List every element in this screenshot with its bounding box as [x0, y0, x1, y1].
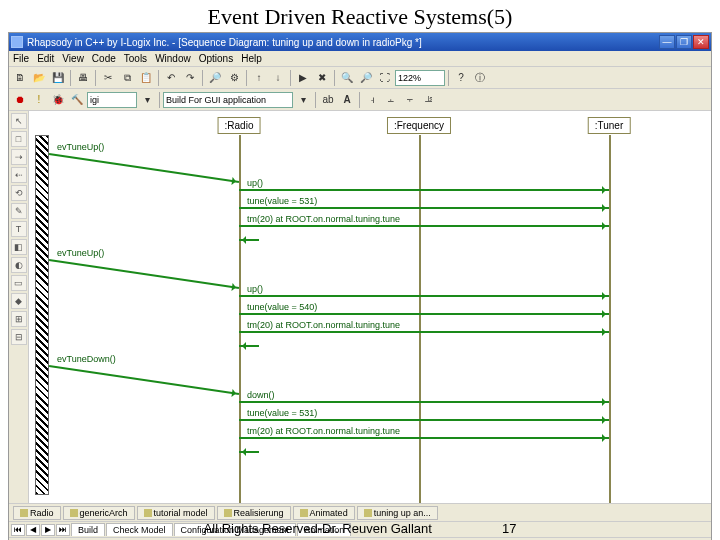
frame-tool-icon[interactable]: ▭ [11, 275, 27, 291]
message-label-tune3: tune(value = 531) [247, 408, 317, 418]
about-icon[interactable]: ⓘ [471, 69, 489, 87]
menu-help[interactable]: Help [241, 53, 262, 64]
lifeline-head-tuner[interactable]: :Tuner [588, 117, 631, 134]
text-tool-icon[interactable]: T [11, 221, 27, 237]
decision-tool-icon[interactable]: ◆ [11, 293, 27, 309]
copy-icon[interactable]: ⧉ [118, 69, 136, 87]
message-ret2[interactable] [239, 345, 259, 347]
features-icon[interactable]: ⚙ [225, 69, 243, 87]
new-icon[interactable]: 🗎 [11, 69, 29, 87]
go-icon[interactable]: ▶ [294, 69, 312, 87]
message-up2[interactable] [239, 295, 609, 297]
titlebar: Rhapsody in C++ by I-Logix Inc. - [Seque… [9, 33, 711, 51]
reply-tool-icon[interactable]: ⇠ [11, 167, 27, 183]
select-tool-icon[interactable]: ↖ [11, 113, 27, 129]
message-label-up2: up() [247, 284, 263, 294]
up-icon[interactable]: ↑ [250, 69, 268, 87]
condition-tool-icon[interactable]: ◧ [11, 239, 27, 255]
copyright: All Rights Reserved-Dr. Reuven Gallant [204, 521, 432, 536]
message-tuneup1[interactable] [49, 153, 239, 183]
diagram-icon [224, 509, 232, 517]
paste-icon[interactable]: 📋 [137, 69, 155, 87]
sequence-diagram[interactable]: :Radio:Frequency:TunerevTuneUp()up()tune… [29, 111, 711, 503]
menu-window[interactable]: Window [155, 53, 191, 64]
diagram-icon [144, 509, 152, 517]
anim-icon[interactable]: ⏺ [11, 91, 29, 109]
toolbar-build: ⏺ ! 🐞 🔨 igi ▾ Build For GUI application … [9, 89, 711, 111]
menu-edit[interactable]: Edit [37, 53, 54, 64]
build-icon[interactable]: 🔨 [68, 91, 86, 109]
debug-icon[interactable]: 🐞 [49, 91, 67, 109]
message-tuneup2[interactable] [49, 259, 239, 289]
config-combo[interactable]: igi [87, 92, 137, 108]
tab-animated[interactable]: Animated [293, 506, 355, 520]
app-icon [11, 36, 23, 48]
message-tune3[interactable] [239, 419, 609, 421]
help-icon[interactable]: ? [452, 69, 470, 87]
tool-palette: ↖ □ ⇢ ⇠ ⟲ ✎ T ◧ ◐ ▭ ◆ ⊞ ⊟ [9, 111, 29, 503]
menu-options[interactable]: Options [199, 53, 233, 64]
message-tunedown[interactable] [49, 365, 239, 395]
tab-radio[interactable]: Radio [13, 506, 61, 520]
tab-tuning[interactable]: tuning up an... [357, 506, 438, 520]
message-tune1[interactable] [239, 207, 609, 209]
align2-icon[interactable]: ⫠ [382, 91, 400, 109]
expand-tool-icon[interactable]: ⊞ [11, 311, 27, 327]
font-icon[interactable]: A [338, 91, 356, 109]
align3-icon[interactable]: ⫟ [401, 91, 419, 109]
message-down1[interactable] [239, 401, 609, 403]
message-ret1[interactable] [239, 239, 259, 241]
print-icon[interactable]: 🖶 [74, 69, 92, 87]
open-icon[interactable]: 📂 [30, 69, 48, 87]
tab-tutorial[interactable]: tutorial model [137, 506, 215, 520]
undo-icon[interactable]: ↶ [162, 69, 180, 87]
menu-file[interactable]: File [13, 53, 29, 64]
menu-tools[interactable]: Tools [124, 53, 147, 64]
menu-code[interactable]: Code [92, 53, 116, 64]
menubar: File Edit View Code Tools Window Options… [9, 51, 711, 67]
redo-icon[interactable]: ↷ [181, 69, 199, 87]
message-ret3[interactable] [239, 451, 259, 453]
dropdown2-icon[interactable]: ▾ [294, 91, 312, 109]
slide-footer: All Rights Reserved-Dr. Reuven Gallant 1… [0, 521, 720, 536]
note-tool-icon[interactable]: ✎ [11, 203, 27, 219]
collapse-tool-icon[interactable]: ⊟ [11, 329, 27, 345]
message-tm2[interactable] [239, 331, 609, 333]
tab-generic[interactable]: genericArch [63, 506, 135, 520]
minimize-button[interactable]: — [659, 35, 675, 49]
run-icon[interactable]: ! [30, 91, 48, 109]
align4-icon[interactable]: ⫡ [420, 91, 438, 109]
message-label-tunedown: evTuneDown() [57, 354, 116, 364]
align1-icon[interactable]: ⫞ [363, 91, 381, 109]
project-combo[interactable]: Build For GUI application [163, 92, 293, 108]
message-tm1[interactable] [239, 225, 609, 227]
state-tool-icon[interactable]: ◐ [11, 257, 27, 273]
maximize-button[interactable]: ❐ [676, 35, 692, 49]
menu-view[interactable]: View [62, 53, 84, 64]
lifeline-head-frequency[interactable]: :Frequency [387, 117, 451, 134]
down-icon[interactable]: ↓ [269, 69, 287, 87]
tab-real[interactable]: Realisierung [217, 506, 291, 520]
cut-icon[interactable]: ✂ [99, 69, 117, 87]
zoom-combo[interactable]: 122% [395, 70, 445, 86]
message-tm3[interactable] [239, 437, 609, 439]
message-label-tm1: tm(20) at ROOT.on.normal.tuning.tune [247, 214, 400, 224]
environment-bar[interactable] [35, 135, 49, 495]
self-msg-tool-icon[interactable]: ⟲ [11, 185, 27, 201]
zoom-out-icon[interactable]: 🔎 [357, 69, 375, 87]
close-button[interactable]: ✕ [693, 35, 709, 49]
zoom-in-icon[interactable]: 🔍 [338, 69, 356, 87]
text-icon[interactable]: ab [319, 91, 337, 109]
instance-tool-icon[interactable]: □ [11, 131, 27, 147]
window-title: Rhapsody in C++ by I-Logix Inc. - [Seque… [27, 37, 659, 48]
message-tune2[interactable] [239, 313, 609, 315]
toolbar-main: 🗎 📂 💾 🖶 ✂ ⧉ 📋 ↶ ↷ 🔎 ⚙ ↑ ↓ ▶ ✖ 🔍 🔎 ⛶ 122%… [9, 67, 711, 89]
lifeline-head-radio[interactable]: :Radio [218, 117, 261, 134]
browse-icon[interactable]: 🔎 [206, 69, 224, 87]
message-tool-icon[interactable]: ⇢ [11, 149, 27, 165]
message-up1[interactable] [239, 189, 609, 191]
save-icon[interactable]: 💾 [49, 69, 67, 87]
dropdown-icon[interactable]: ▾ [138, 91, 156, 109]
fit-icon[interactable]: ⛶ [376, 69, 394, 87]
stop-icon[interactable]: ✖ [313, 69, 331, 87]
